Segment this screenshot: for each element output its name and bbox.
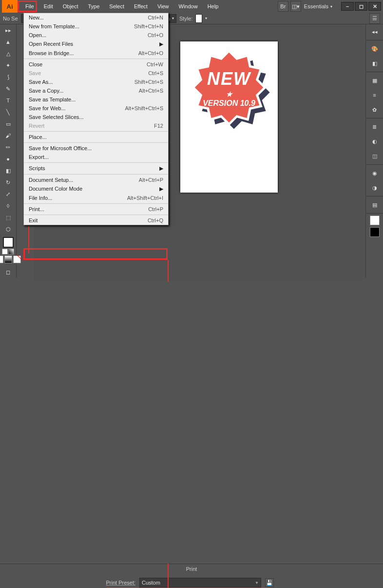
- menuitem-document-setup[interactable]: Document Setup...Alt+Ctrl+P: [24, 176, 168, 184]
- pen-tool[interactable]: ✎: [0, 83, 16, 95]
- menuitem-save-a-copy[interactable]: Save a Copy...Alt+Ctrl+S: [24, 86, 168, 95]
- graphic-styles-icon[interactable]: ◑: [366, 180, 383, 195]
- expand-icon[interactable]: ▸▸: [0, 24, 16, 36]
- layers-panel-icon[interactable]: ▤: [366, 197, 383, 212]
- menuitem-scripts[interactable]: Scripts▶: [24, 164, 168, 173]
- bridge-icon[interactable]: Br: [278, 1, 288, 12]
- transparency-panel-icon[interactable]: ◫: [366, 149, 383, 163]
- free-transform-tool[interactable]: ⬚: [0, 212, 16, 223]
- menuitem-revert: RevertF12: [24, 121, 168, 130]
- color-guide-icon[interactable]: ◧: [366, 56, 383, 71]
- scale-tool[interactable]: ⤢: [0, 188, 16, 200]
- selection-tool[interactable]: ▲: [0, 36, 16, 48]
- screen-mode-icon[interactable]: ◻: [6, 266, 10, 278]
- file-dropdown: New...Ctrl+NNew from Template...Shift+Ct…: [23, 13, 169, 225]
- shape-builder-tool[interactable]: ⬡: [0, 223, 16, 235]
- menuitem-open[interactable]: Open...Ctrl+O: [24, 31, 168, 39]
- menuitem-save: SaveCtrl+S: [24, 69, 168, 78]
- menu-effect[interactable]: Effect: [132, 2, 150, 10]
- color-panel-icon[interactable]: 🎨: [366, 41, 383, 56]
- menuitem-close[interactable]: CloseCtrl+W: [24, 60, 168, 69]
- window-controls: – ◻ ✕: [341, 2, 381, 11]
- pencil-tool[interactable]: ✏: [0, 141, 16, 153]
- maximize-button[interactable]: ◻: [355, 2, 367, 11]
- swatches-panel-icon[interactable]: ▦: [366, 73, 383, 88]
- eraser-tool[interactable]: ◧: [0, 165, 16, 176]
- print-dialog: Print Print Preset: Custom▼ 💾 Printer: n…: [0, 564, 383, 588]
- menu-view[interactable]: View: [155, 2, 171, 10]
- style-label: Style:: [179, 16, 193, 21]
- blob-brush-tool[interactable]: ●: [0, 153, 16, 165]
- panel-flyout-icon[interactable]: ☰: [369, 13, 380, 24]
- fill-stroke-swatches[interactable]: ◻: [0, 235, 16, 280]
- style-field[interactable]: [195, 14, 202, 23]
- menuitem-save-selected-slices[interactable]: Save Selected Slices...: [24, 113, 168, 121]
- lasso-tool[interactable]: ⟆: [0, 71, 16, 83]
- appearance-panel-icon[interactable]: ◉: [366, 166, 383, 180]
- menuitem-exit[interactable]: ExitCtrl+Q: [24, 216, 168, 225]
- arrange-icon[interactable]: ◫▾: [290, 1, 301, 12]
- workspace-switcher[interactable]: Essentials ▾: [301, 3, 335, 9]
- gradient-mode-icon[interactable]: [4, 255, 12, 263]
- menu-type[interactable]: Type: [86, 2, 102, 10]
- menu-object[interactable]: Object: [61, 2, 80, 10]
- menu-window[interactable]: Window: [177, 2, 200, 10]
- title-bar: Ai File Edit Object Type Select Effect V…: [0, 0, 383, 13]
- direct-selection-tool[interactable]: △: [0, 48, 16, 59]
- no-selection-label: No Se: [3, 16, 18, 21]
- fill-swatch-right[interactable]: [370, 216, 380, 225]
- badge-text: NEW ★ VERSION 10.9: [190, 49, 268, 127]
- stroke-panel-icon[interactable]: ≣: [366, 119, 383, 134]
- paintbrush-tool[interactable]: 🖌: [0, 130, 16, 141]
- menuitem-new-from-template[interactable]: New from Template...Shift+Ctrl+N: [24, 22, 168, 31]
- menuitem-place[interactable]: Place...: [24, 133, 168, 141]
- menu-file[interactable]: File: [23, 2, 36, 10]
- magic-wand-tool[interactable]: ✦: [0, 59, 16, 71]
- line-tool[interactable]: ╲: [0, 106, 16, 118]
- save-preset-icon[interactable]: 💾: [265, 578, 274, 587]
- width-tool[interactable]: ◊: [0, 200, 16, 212]
- left-tool-palette: ▸▸ ▲ △ ✦ ⟆ ✎ T ╲ ▭ 🖌 ✏ ● ◧ ↻ ⤢ ◊ ⬚ ⬡ ◻: [0, 24, 17, 278]
- style-dropdown-arrow[interactable]: ▾: [205, 16, 207, 20]
- brushes-panel-icon[interactable]: ≡: [366, 88, 383, 102]
- type-tool[interactable]: T: [0, 95, 16, 106]
- menu-help[interactable]: Help: [206, 2, 221, 10]
- artboard: NEW ★ VERSION 10.9: [180, 41, 278, 193]
- menuitem-file-info[interactable]: File Info...Alt+Shift+Ctrl+I: [24, 194, 168, 202]
- menuitem-export[interactable]: Export...: [24, 153, 168, 161]
- menu-select[interactable]: Select: [107, 2, 126, 10]
- ai-logo: Ai: [2, 0, 18, 13]
- minimize-button[interactable]: –: [341, 2, 354, 11]
- annotation-overlay: Print Print Preset: Custom▼ 💾 Printer: n…: [0, 564, 383, 588]
- symbols-panel-icon[interactable]: ✿: [366, 102, 383, 117]
- menuitem-browse-in-bridge[interactable]: Browse in Bridge...Alt+Ctrl+O: [24, 49, 168, 58]
- close-button[interactable]: ✕: [368, 2, 381, 11]
- print-dialog-title: Print: [0, 564, 383, 575]
- preset-select[interactable]: Custom▼: [139, 578, 261, 588]
- menu-bar: File Edit Object Type Select Effect View…: [21, 2, 220, 10]
- menuitem-save-as[interactable]: Save As...Shift+Ctrl+S: [24, 78, 168, 86]
- gradient-panel-icon[interactable]: ◐: [366, 134, 383, 149]
- right-panel-dock: ◂◂ 🎨 ◧ ▦ ≡ ✿ ≣ ◐ ◫ ◉ ◑ ▤: [365, 24, 383, 278]
- menu-edit[interactable]: Edit: [42, 2, 55, 10]
- badge-star-icon: ★: [226, 90, 232, 98]
- rotate-tool[interactable]: ↻: [0, 176, 16, 188]
- menuitem-save-as-template[interactable]: Save as Template...: [24, 95, 168, 104]
- color-mode-icon[interactable]: [0, 255, 3, 263]
- collapse-icon[interactable]: ◂◂: [366, 24, 383, 39]
- rectangle-tool[interactable]: ▭: [0, 118, 16, 130]
- menuitem-save-for-web[interactable]: Save for Web...Alt+Shift+Ctrl+S: [24, 104, 168, 113]
- default-swatch-icon[interactable]: [2, 249, 8, 255]
- fill-swatch[interactable]: [3, 237, 14, 248]
- menuitem-new[interactable]: New...Ctrl+N: [24, 13, 168, 22]
- stroke-swatch-right[interactable]: [370, 227, 380, 237]
- swap-swatch-icon[interactable]: [8, 249, 14, 255]
- none-mode-icon[interactable]: [13, 255, 21, 263]
- menuitem-save-for-microsoft-office[interactable]: Save for Microsoft Office...: [24, 144, 168, 153]
- menuitem-document-color-mode[interactable]: Document Color Mode▶: [24, 184, 168, 194]
- menuitem-print[interactable]: Print...Ctrl+P: [24, 205, 168, 214]
- badge-line3: VERSION 10.9: [203, 99, 255, 108]
- menuitem-open-recent-files[interactable]: Open Recent Files▶: [24, 39, 168, 49]
- workspace-label: Essentials: [304, 3, 328, 9]
- preset-label: Print Preset:: [9, 580, 135, 586]
